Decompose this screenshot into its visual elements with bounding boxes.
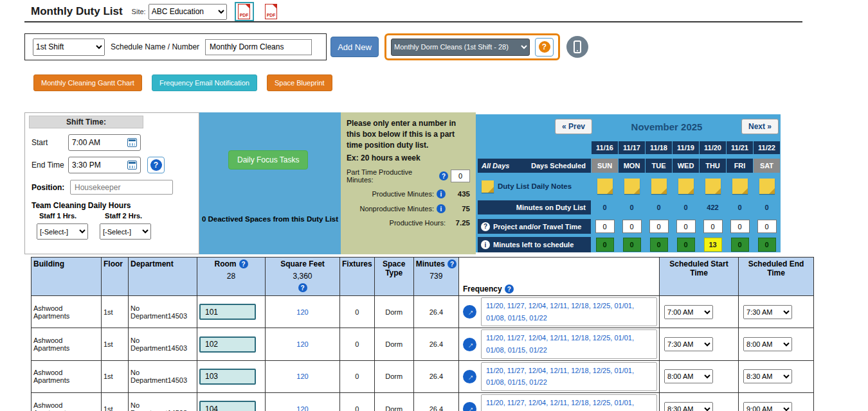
daily-note-icon[interactable]: [732, 179, 748, 194]
question-icon[interactable]: ?: [448, 259, 457, 268]
info-icon[interactable]: i: [437, 189, 446, 198]
site-select[interactable]: ABC Education: [149, 4, 227, 20]
frequency-go-icon[interactable]: →: [463, 370, 476, 383]
staff1-hours-select[interactable]: [-Select-]: [37, 223, 88, 240]
frequency-go-icon[interactable]: →: [463, 338, 476, 351]
room-input[interactable]: [199, 401, 256, 411]
frequency-go-icon[interactable]: →: [463, 402, 476, 411]
question-icon: ?: [539, 41, 550, 53]
frequency-dates-line1[interactable]: 11/20, 11/27, 12/04, 12/11, 12/18, 12/25…: [486, 397, 652, 409]
daily-focus-tasks-button[interactable]: Daily Focus Tasks: [228, 150, 308, 170]
start-time-select[interactable]: 8:30 AM: [664, 402, 713, 411]
start-time-select[interactable]: 7:00 AM: [664, 305, 713, 319]
info-icon[interactable]: i: [437, 204, 446, 213]
day-header-fri[interactable]: FRI: [727, 159, 753, 173]
date-header: 11/22: [754, 141, 780, 154]
end-time-select[interactable]: 8:30 AM: [743, 369, 792, 383]
room-input[interactable]: [199, 369, 256, 385]
end-time-input[interactable]: 3:30 PM: [68, 157, 141, 173]
all-days-label[interactable]: All Days: [482, 162, 509, 170]
minutes-value: 0: [619, 200, 645, 214]
frequency-dates-line2[interactable]: 01/08, 01/15, 01/22: [486, 312, 652, 324]
square-feet-link[interactable]: 120: [296, 308, 308, 316]
room-input[interactable]: [199, 337, 256, 353]
daily-note-icon[interactable]: [678, 179, 694, 194]
square-feet-link[interactable]: 120: [296, 405, 308, 411]
day-header-sun[interactable]: SUN: [592, 159, 618, 173]
travel-time-input[interactable]: [703, 220, 723, 233]
question-icon[interactable]: ?: [239, 259, 248, 268]
start-time-cell: 7:30 AM: [660, 328, 739, 360]
question-icon[interactable]: ?: [298, 283, 307, 292]
shift-help-button[interactable]: ?: [147, 157, 165, 173]
day-header-mon[interactable]: MON: [619, 159, 645, 173]
staff2-hours-select[interactable]: [-Select-]: [100, 223, 151, 240]
question-icon[interactable]: ?: [505, 284, 514, 293]
pdf-export-icon[interactable]: PDF: [235, 2, 254, 21]
start-time-input[interactable]: 7:00 AM: [68, 134, 141, 151]
days-scheduled-label: Days Scheduled: [531, 162, 586, 170]
calendar-icon[interactable]: [127, 161, 137, 170]
daily-note-icon[interactable]: [651, 179, 667, 194]
minutes-total: 739: [416, 272, 457, 281]
day-header-sat[interactable]: SAT: [754, 159, 780, 173]
daily-note-icon[interactable]: [597, 179, 613, 194]
arrow-icon: →: [464, 403, 475, 411]
frequency-dates-line2[interactable]: 01/08, 01/15, 01/22: [486, 344, 652, 356]
frequency-go-icon[interactable]: →: [463, 305, 476, 319]
frequency-dates[interactable]: 11/20, 11/27, 12/04, 12/11, 12/18, 12/25…: [481, 329, 657, 358]
frequency-dates-line1[interactable]: 11/20, 11/27, 12/04, 12/11, 12/18, 12/25…: [486, 300, 652, 312]
daily-note-icon[interactable]: [624, 179, 640, 194]
staff1-label: Staff 1 Hrs.: [39, 212, 77, 220]
end-time-select[interactable]: 7:30 AM: [743, 305, 792, 319]
square-feet-link[interactable]: 120: [296, 340, 308, 348]
travel-time-input[interactable]: [730, 220, 750, 233]
calendar-icon[interactable]: [127, 138, 137, 147]
pdf-export-alt-icon[interactable]: PDF: [262, 2, 281, 21]
daily-note-icon[interactable]: [705, 179, 721, 194]
table-header-row: Building Floor Department Room ? 28 Squa…: [32, 258, 814, 296]
prev-week-button[interactable]: « Prev: [555, 119, 592, 134]
travel-time-input[interactable]: [676, 220, 696, 233]
square-feet-cell: 120: [266, 360, 340, 392]
travel-time-input[interactable]: [595, 220, 615, 233]
frequency-dates-line2[interactable]: 01/08, 01/15, 01/22: [486, 376, 652, 389]
help-button[interactable]: ?: [535, 38, 554, 57]
daily-note-icon[interactable]: [759, 179, 775, 194]
frequency-dates-line1[interactable]: 11/20, 11/27, 12/04, 12/11, 12/18, 12/25…: [486, 365, 652, 377]
duty-list-select[interactable]: Monthly Dorm Cleans (1st Shift - 28): [391, 39, 530, 56]
day-header-wed[interactable]: WED: [673, 159, 699, 173]
frequency-dates[interactable]: 11/20, 11/27, 12/04, 12/11, 12/18, 12/25…: [481, 362, 657, 391]
frequency-dates[interactable]: 11/20, 11/27, 12/04, 12/11, 12/18, 12/25…: [481, 394, 657, 411]
day-header-thu[interactable]: THU: [700, 159, 726, 173]
position-input[interactable]: [70, 180, 173, 195]
frequency-dates[interactable]: 11/20, 11/27, 12/04, 12/11, 12/18, 12/25…: [481, 297, 657, 326]
day-header-tue[interactable]: TUE: [646, 159, 672, 173]
start-time-select[interactable]: 8:00 AM: [664, 369, 713, 383]
square-feet-link[interactable]: 120: [296, 372, 308, 380]
start-time-select[interactable]: 7:30 AM: [664, 337, 713, 351]
next-week-button[interactable]: Next »: [741, 119, 779, 134]
travel-time-input[interactable]: [757, 220, 777, 233]
end-time-select[interactable]: 8:00 AM: [743, 337, 792, 351]
schedule-name-input[interactable]: [205, 39, 312, 55]
room-input[interactable]: [199, 304, 256, 320]
mobile-phone-icon[interactable]: [566, 36, 588, 58]
travel-time-input[interactable]: [622, 220, 642, 233]
end-time-select[interactable]: 9:00 AM: [743, 402, 792, 411]
space-type-cell: Dorm: [374, 296, 413, 328]
date-header: 11/16: [592, 141, 618, 154]
add-new-button[interactable]: Add New: [330, 37, 379, 57]
gantt-chart-button[interactable]: Monthly Cleaning Gantt Chart: [33, 74, 142, 91]
shift-select[interactable]: 1st Shift: [33, 39, 105, 56]
frequency-dates-line1[interactable]: 11/20, 11/27, 12/04, 12/11, 12/18, 12/25…: [486, 332, 652, 344]
frequency-email-button[interactable]: Frequency Email Notification: [152, 74, 257, 91]
travel-time-input[interactable]: [649, 220, 669, 233]
page: Monthly Duty List Site: ABC Education PD…: [0, 0, 868, 411]
question-icon[interactable]: ?: [439, 171, 448, 180]
question-icon[interactable]: ?: [481, 222, 490, 231]
productive-minutes-value: 435: [448, 190, 470, 198]
space-blueprint-button[interactable]: Space Blueprint: [267, 74, 332, 91]
part-time-minutes-input[interactable]: [451, 170, 470, 182]
info-icon[interactable]: i: [481, 240, 490, 249]
